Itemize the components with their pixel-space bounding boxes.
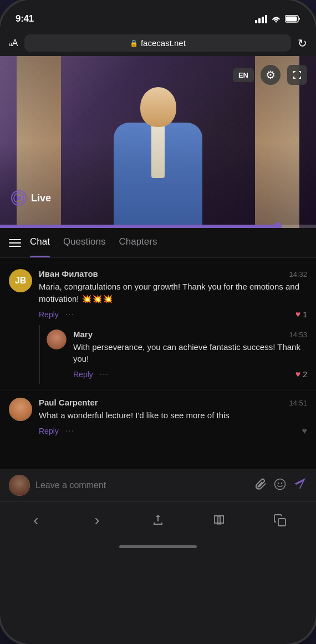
send-button[interactable]: [293, 476, 307, 494]
presenter-figure: [108, 87, 208, 228]
copy-button[interactable]: [266, 508, 294, 533]
svg-point-2: [275, 479, 286, 489]
book-icon: [212, 514, 226, 527]
message-actions-ivan: Reply ··· ♥ 1: [39, 310, 307, 320]
like-section-ivan[interactable]: ♥ 1: [295, 310, 307, 320]
language-badge[interactable]: EN: [233, 68, 254, 82]
home-indicator: [0, 538, 316, 555]
video-top-controls: EN ⚙: [233, 65, 307, 85]
tab-chat[interactable]: Chat: [30, 236, 50, 250]
font-size-control[interactable]: aA: [9, 38, 18, 48]
more-button-paul[interactable]: ···: [65, 426, 74, 436]
heart-icon-paul: ♥: [302, 426, 308, 436]
reply-button-mary[interactable]: Reply: [73, 370, 93, 379]
thread-mary: M Mary 14:53 With perseverance, you can …: [39, 325, 307, 384]
tab-questions[interactable]: Questions: [63, 236, 106, 250]
svg-rect-5: [278, 519, 286, 526]
reply-button-ivan[interactable]: Reply: [39, 310, 59, 319]
like-count-ivan: 1: [303, 310, 307, 319]
input-actions: [255, 476, 307, 494]
forward-button[interactable]: ›: [83, 508, 111, 533]
message-text-mary: With perseverance, you can achieve fanta…: [73, 341, 307, 366]
heart-icon-mary: ♥: [295, 369, 301, 379]
signal-bars-icon: [255, 15, 267, 23]
video-controls: Live: [11, 190, 51, 206]
message-author-mary: Mary: [73, 329, 93, 339]
reply-button-paul[interactable]: Reply: [39, 427, 59, 435]
fullscreen-icon: [292, 70, 302, 80]
status-bar: 9:41: [0, 0, 316, 30]
back-button[interactable]: ‹: [22, 508, 50, 533]
status-time: 9:41: [16, 13, 34, 24]
tab-chapters[interactable]: Chapters: [119, 236, 157, 250]
share-icon: [151, 514, 165, 527]
threaded-message-mary: M Mary 14:53 With perseverance, you can …: [47, 325, 307, 384]
like-section-paul[interactable]: ♥: [302, 426, 308, 436]
message-actions-paul: Reply ··· ♥: [39, 426, 307, 436]
message-content-ivan: Иван Филатов 14:32 Maria, congratulation…: [39, 269, 307, 384]
phone-frame: 9:41 aA 🔒 facecast.net: [0, 0, 316, 644]
like-count-mary: 2: [303, 370, 307, 379]
nav-bar: ‹ ›: [0, 501, 316, 538]
browser-bar: aA 🔒 facecast.net ↻: [0, 30, 316, 56]
like-section-mary[interactable]: ♥ 2: [295, 369, 307, 379]
attach-button[interactable]: [255, 478, 267, 493]
message-group-paul: Paul Carpenter 14:51 What a wonderful le…: [0, 391, 316, 443]
battery-icon: [285, 15, 300, 23]
comment-input-bar: [0, 469, 316, 501]
message-author-ivan: Иван Филатов: [39, 269, 98, 278]
wifi-icon: [271, 15, 281, 23]
avatar-mary: M: [47, 329, 67, 349]
video-player[interactable]: Live EN ⚙: [0, 56, 316, 228]
message-content-paul: Paul Carpenter 14:51 What a wonderful le…: [39, 398, 307, 436]
share-button[interactable]: [144, 508, 172, 533]
message-time-paul: 14:51: [289, 399, 307, 407]
svg-point-3: [278, 482, 279, 483]
menu-button[interactable]: [9, 239, 21, 247]
url-bar[interactable]: 🔒 facecast.net: [24, 34, 291, 52]
progress-bar[interactable]: [0, 225, 316, 228]
svg-point-4: [281, 482, 282, 483]
message-author-paul: Paul Carpenter: [39, 398, 98, 407]
comment-input[interactable]: [35, 480, 249, 490]
tab-bar: Chat Questions Chapters: [0, 228, 316, 258]
chat-messages: JB Иван Филатов 14:32 Maria, congratulat…: [0, 258, 316, 469]
more-button-ivan[interactable]: ···: [65, 310, 74, 320]
more-button-mary[interactable]: ···: [100, 369, 109, 379]
fullscreen-button[interactable]: [287, 65, 307, 85]
status-icons: [255, 15, 300, 23]
message-time-ivan: 14:32: [289, 270, 307, 278]
message-group-ivan: JB Иван Филатов 14:32 Maria, congratulat…: [0, 262, 316, 391]
heart-icon-ivan: ♥: [295, 310, 301, 320]
message-content-mary: Mary 14:53 With perseverance, you can ac…: [73, 329, 307, 380]
copy-icon: [273, 514, 287, 527]
svg-rect-1: [286, 17, 297, 22]
send-icon: [293, 476, 307, 491]
paperclip-icon: [255, 478, 267, 490]
message-actions-mary: Reply ··· ♥ 2: [73, 369, 307, 379]
live-label: Live: [31, 192, 51, 204]
message-text-paul: What a wonderful lecture! I'd like to se…: [39, 409, 307, 422]
book-button[interactable]: [205, 508, 233, 533]
emoji-icon: [274, 478, 286, 490]
emoji-button[interactable]: [274, 478, 286, 493]
lock-icon: 🔒: [130, 39, 138, 47]
progress-fill: [0, 225, 278, 228]
tabs: Chat Questions Chapters: [30, 236, 157, 250]
avatar-ivan: JB: [9, 269, 32, 292]
live-indicator: Live: [11, 190, 51, 206]
avatar-paul: [9, 398, 32, 421]
commenter-avatar: [9, 475, 30, 496]
refresh-button[interactable]: ↻: [298, 37, 307, 50]
message-time-mary: 14:53: [289, 331, 307, 339]
live-pulse-icon: [11, 190, 27, 206]
message-text-ivan: Maria, congratulations on your growth! T…: [39, 281, 307, 305]
settings-button[interactable]: ⚙: [261, 65, 281, 85]
url-text: facecast.net: [141, 38, 186, 48]
